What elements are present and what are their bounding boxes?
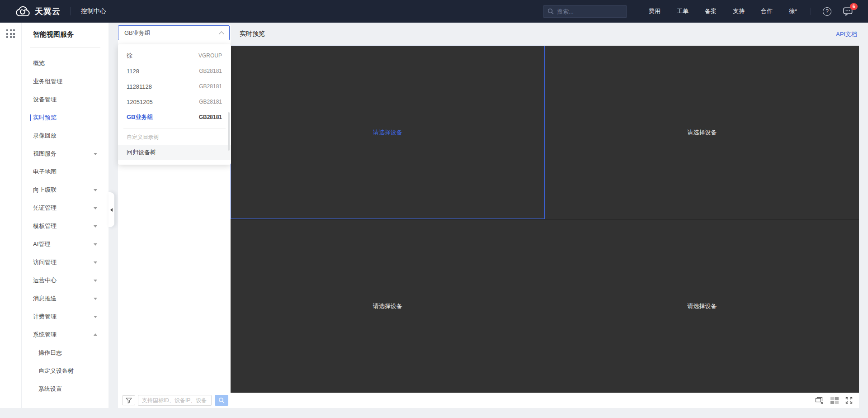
sidebar-item-device-mgmt[interactable]: 设备管理 <box>22 90 108 109</box>
app-switcher-strip <box>0 23 22 408</box>
select-device-placeholder: 请选择设备 <box>373 302 402 310</box>
sidebar-item-upward-cascade[interactable]: 向上级联 <box>22 181 108 199</box>
bottom-toolbar <box>118 393 859 408</box>
fullscreen-icon-button[interactable] <box>845 397 853 404</box>
sidebar-collapse-handle[interactable] <box>108 192 114 227</box>
close-all-windows-button[interactable] <box>815 397 824 404</box>
sidebar-item-label: 操作日志 <box>38 349 62 357</box>
global-search-box[interactable] <box>543 5 627 18</box>
sidebar-item-business-group[interactable]: 业务组管理 <box>22 72 108 90</box>
api-doc-link[interactable]: API文档 <box>836 30 857 38</box>
business-group-select[interactable]: GB业务组 <box>118 25 230 40</box>
sidebar-item-system-mgmt[interactable]: 系统管理 <box>22 326 108 344</box>
sidebar-item-overview[interactable]: 概览 <box>22 54 108 72</box>
header-nav: 费用 工单 备案 支持 合作 徐* <box>649 7 797 15</box>
sidebar-item-playback[interactable]: 录像回放 <box>22 127 108 145</box>
select-device-placeholder: 请选择设备 <box>687 302 717 310</box>
chevron-down-icon <box>94 225 97 228</box>
brand-home-link[interactable]: 天翼云 <box>15 6 61 17</box>
chevron-up-icon <box>94 333 97 336</box>
global-search-input[interactable] <box>557 8 637 15</box>
messages-button[interactable]: 6 <box>843 7 853 16</box>
header-nav-divider <box>811 8 811 15</box>
sidebar-item-label: 消息推送 <box>33 294 57 303</box>
chevron-down-icon <box>94 316 97 318</box>
nav-billing[interactable]: 费用 <box>649 7 660 15</box>
sidebar-item-e-map[interactable]: 电子地图 <box>22 163 108 181</box>
nav-support[interactable]: 支持 <box>733 7 745 15</box>
option-type: GB28181 <box>199 68 222 74</box>
nav-account[interactable]: 徐* <box>789 7 797 15</box>
option-name: 11281128 <box>127 83 152 90</box>
sidebar-item-label: 自定义设备树 <box>38 367 74 375</box>
sidebar-item-operation-center[interactable]: 运营中心 <box>22 271 108 290</box>
dropdown-option[interactable]: 12051205 GB28181 <box>118 94 231 109</box>
dropdown-scrollbar[interactable] <box>228 112 230 151</box>
sidebar-item-label: 模板管理 <box>33 222 57 230</box>
sidebar-item-template-mgmt[interactable]: 模板管理 <box>22 217 108 235</box>
video-cell-3[interactable]: 请选择设备 <box>231 219 545 393</box>
sidebar-item-label: 设备管理 <box>33 95 57 104</box>
sidebar-item-label: AI管理 <box>33 240 50 248</box>
device-search-button[interactable] <box>215 395 228 406</box>
business-group-dropdown: 徐 VGROUP 1128 GB28181 11281128 GB28181 1… <box>118 44 231 165</box>
chevron-left-icon <box>110 208 113 212</box>
sidebar-item-label: 实时预览 <box>33 114 57 122</box>
dropdown-option[interactable]: 11281128 GB28181 <box>118 79 231 94</box>
sidebar-item-label: 计费管理 <box>33 313 57 321</box>
message-badge: 6 <box>850 3 858 10</box>
video-cell-4[interactable]: 请选择设备 <box>545 219 859 393</box>
sidebar-subitem-operation-log[interactable]: 操作日志 <box>22 344 108 362</box>
sidebar-item-billing-mgmt[interactable]: 计费管理 <box>22 308 108 326</box>
sidebar-item-label: 向上级联 <box>33 186 57 194</box>
sidebar-item-message-push[interactable]: 消息推送 <box>22 290 108 308</box>
option-name: 1128 <box>127 68 139 75</box>
sidebar-divider <box>30 48 100 48</box>
dropdown-option[interactable]: 1128 GB28181 <box>118 63 231 79</box>
selected-group-value: GB业务组 <box>124 29 151 37</box>
sidebar-item-label: 业务组管理 <box>33 77 62 86</box>
chevron-down-icon <box>94 189 97 191</box>
header-divider <box>71 7 71 15</box>
device-search-input[interactable] <box>138 395 212 406</box>
option-type: GB28181 <box>199 114 222 120</box>
sidebar-item-credential-mgmt[interactable]: 凭证管理 <box>22 199 108 217</box>
search-icon <box>218 397 225 404</box>
sidebar-item-label: 系统设置 <box>38 385 62 393</box>
chevron-up-icon <box>219 31 224 36</box>
sidebar-item-label: 视图服务 <box>33 150 57 158</box>
video-cell-2[interactable]: 请选择设备 <box>545 46 859 219</box>
app-grid-icon[interactable] <box>6 29 15 38</box>
option-name: 12051205 <box>127 99 153 105</box>
brand-name: 天翼云 <box>35 6 61 17</box>
sidebar-item-live-preview[interactable]: 实时预览 <box>22 109 108 127</box>
chevron-down-icon <box>94 153 97 155</box>
dropdown-option-selected[interactable]: GB业务组 GB28181 <box>118 109 231 125</box>
help-icon[interactable]: ? <box>823 7 831 16</box>
sidebar-item-label: 系统管理 <box>33 331 57 339</box>
dropdown-option-custom-tree[interactable]: 回归设备树 <box>118 145 231 160</box>
sidebar-item-label: 运营中心 <box>33 276 57 285</box>
sidebar-item-label: 录像回放 <box>33 132 57 140</box>
split-screen-layout-button[interactable] <box>830 397 839 404</box>
cloud-logo-icon <box>15 6 31 17</box>
sidebar-subitem-system-settings[interactable]: 系统设置 <box>22 380 108 398</box>
sidebar-item-access-mgmt[interactable]: 访问管理 <box>22 253 108 271</box>
nav-partner[interactable]: 合作 <box>761 7 773 15</box>
sidebar-item-ai-mgmt[interactable]: AI管理 <box>22 235 108 253</box>
filter-button[interactable] <box>122 395 135 405</box>
dropdown-option[interactable]: 徐 VGROUP <box>118 48 231 63</box>
sidebar-item-view-service[interactable]: 视图服务 <box>22 145 108 163</box>
sidebar-item-label: 电子地图 <box>33 168 57 176</box>
sidebar-item-label: 凭证管理 <box>33 204 57 212</box>
sidebar-subitem-custom-device-tree[interactable]: 自定义设备树 <box>22 362 108 380</box>
chevron-down-icon <box>94 243 97 246</box>
nav-ticket[interactable]: 工单 <box>677 7 689 15</box>
console-link[interactable]: 控制中心 <box>81 7 106 15</box>
service-sidebar: 智能视图服务 概览 业务组管理 设备管理 实时预览 录像回放 视图服务 电子地图… <box>22 23 108 408</box>
video-cell-1[interactable]: 请选择设备 <box>231 46 545 219</box>
option-type: VGROUP <box>198 52 222 59</box>
dropdown-group-label: 自定义目录树 <box>118 129 231 145</box>
sidebar-item-label: 访问管理 <box>33 258 57 266</box>
nav-filing[interactable]: 备案 <box>705 7 717 15</box>
